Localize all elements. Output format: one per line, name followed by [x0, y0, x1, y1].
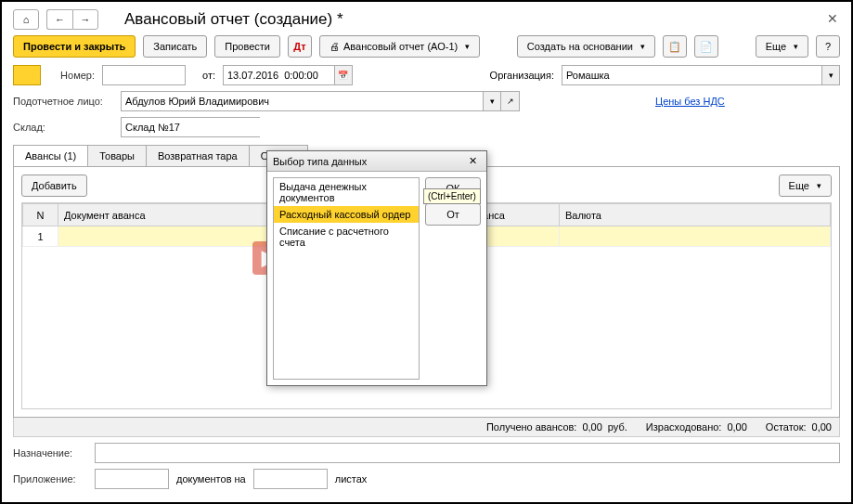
docs-on-label: документов на — [176, 473, 246, 485]
back-button[interactable]: ← — [46, 9, 72, 30]
balance-value: 0,00 — [812, 421, 832, 433]
table-more-button[interactable]: Еще — [779, 174, 832, 197]
attach-count-input[interactable] — [95, 469, 169, 489]
home-button[interactable]: ⌂ — [13, 9, 39, 30]
sheets-label: листах — [335, 473, 368, 485]
dt-kt-icon: Дт — [293, 41, 305, 52]
org-label: Организация: — [490, 70, 554, 81]
number-label: Номер: — [48, 70, 95, 81]
doc-icon: 📄 — [700, 41, 713, 53]
person-label: Подотчетное лицо: — [13, 96, 113, 107]
date-input[interactable] — [223, 65, 334, 85]
purpose-input[interactable] — [95, 443, 840, 463]
arrow-left-icon: ← — [55, 14, 65, 25]
tab-tare[interactable]: Возвратная тара — [146, 145, 250, 166]
save-button[interactable]: Записать — [143, 35, 207, 58]
dialog-item-0[interactable]: Выдача денежных документов — [274, 178, 419, 206]
received-label: Получено авансов: — [486, 421, 576, 433]
dialog-close-button[interactable]: ✕ — [465, 155, 481, 167]
status-strip — [13, 65, 41, 85]
org-input[interactable] — [562, 65, 821, 85]
warehouse-input[interactable] — [121, 117, 260, 137]
col-n[interactable]: N — [23, 204, 58, 226]
post-and-close-button[interactable]: Провести и закрыть — [13, 35, 136, 58]
print-dropdown[interactable]: 🖨Авансовый отчет (АО-1) — [319, 35, 480, 58]
help-button[interactable]: ? — [816, 35, 840, 58]
dialog-item-1[interactable]: Расходный кассовый ордер — [274, 206, 419, 223]
warehouse-label: Склад: — [13, 122, 113, 133]
type-select-dialog: Выбор типа данных ✕ Выдача денежных доку… — [266, 150, 487, 386]
spent-label: Израсходовано: — [646, 421, 722, 433]
dialog-list: Выдача денежных документов Расходный кас… — [273, 177, 420, 380]
date-picker-button[interactable]: 📅 — [334, 65, 353, 85]
sheets-input[interactable] — [253, 469, 328, 489]
forward-button[interactable]: → — [72, 9, 98, 30]
balance-label: Остаток: — [766, 421, 807, 433]
add-row-button[interactable]: Добавить — [21, 174, 87, 197]
attach-label: Приложение: — [13, 473, 87, 485]
page-title: Авансовый отчет (создание) * — [124, 10, 343, 29]
prices-link[interactable]: Цены без НДС — [655, 96, 725, 107]
number-input[interactable] — [102, 65, 186, 85]
tab-advances[interactable]: Авансы (1) — [13, 145, 88, 166]
cell-currency[interactable] — [560, 226, 831, 247]
more-button[interactable]: Еще — [756, 35, 808, 58]
tab-goods[interactable]: Товары — [87, 145, 147, 166]
printer-icon: 🖨 — [330, 41, 340, 52]
home-icon: ⌂ — [23, 14, 30, 25]
purpose-label: Назначение: — [13, 447, 87, 459]
doc-button[interactable]: 📄 — [694, 35, 718, 58]
post-button[interactable]: Провести — [214, 35, 280, 58]
attach-button[interactable]: 📋 — [663, 35, 687, 58]
person-input[interactable] — [121, 91, 483, 111]
received-value: 0,00 — [582, 421, 601, 433]
dialog-cancel-button[interactable]: От — [425, 203, 481, 226]
clipboard-icon: 📋 — [668, 41, 681, 53]
person-open-button[interactable]: ↗ — [501, 91, 520, 111]
arrow-right-icon: → — [81, 14, 91, 25]
dt-kt-button[interactable]: Дт — [288, 35, 312, 58]
shortcut-tooltip: (Ctrl+Enter) — [423, 188, 481, 204]
col-currency[interactable]: Валюта — [560, 204, 831, 226]
person-dropdown-button[interactable]: ▾ — [483, 91, 501, 111]
org-dropdown-button[interactable]: ▾ — [821, 65, 840, 85]
dialog-title-text: Выбор типа данных — [273, 156, 367, 167]
close-button[interactable]: ✕ — [827, 11, 838, 26]
spent-value: 0,00 — [727, 421, 746, 433]
cell-n: 1 — [23, 226, 58, 247]
create-based-dropdown[interactable]: Создать на основании — [517, 35, 655, 58]
dialog-item-2[interactable]: Списание с расчетного счета — [274, 223, 419, 251]
date-label: от: — [202, 70, 215, 81]
